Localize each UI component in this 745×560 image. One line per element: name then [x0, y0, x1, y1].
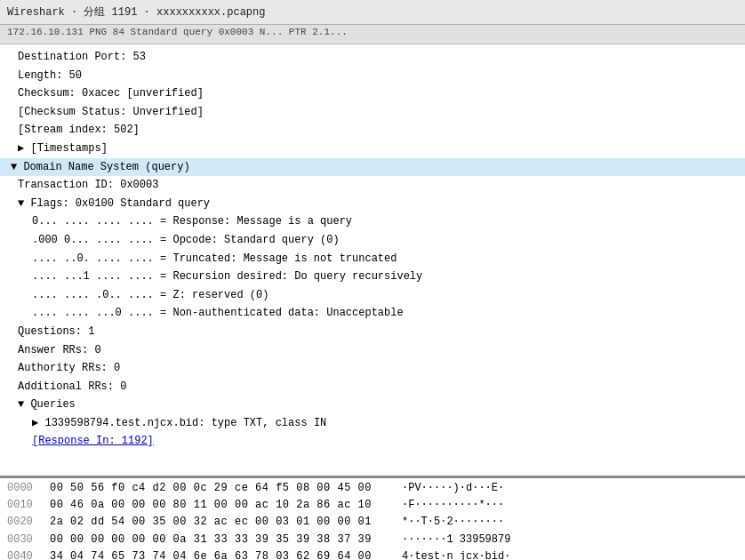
hex-offset: 0020: [7, 514, 43, 531]
hex-row: 00202a 02 dd 54 00 35 00 32 ac ec 00 03 …: [0, 514, 745, 531]
detail-line: [Checksum Status: Unverified]: [0, 103, 745, 122]
hex-bytes: 00 00 00 00 00 00 0a 31 33 33 39 35 39 3…: [50, 532, 388, 548]
detail-line: Checksum: 0xacec [unverified]: [0, 84, 745, 103]
detail-line: ▶ [Timestamps]: [0, 140, 745, 158]
detail-line: [Stream index: 502]: [0, 121, 745, 140]
hex-row: 003000 00 00 00 00 00 0a 31 33 33 39 35 …: [0, 532, 745, 548]
hex-offset: 0000: [7, 480, 43, 497]
hex-offset: 0040: [7, 548, 43, 560]
packet-details-pane[interactable]: Destination Port: 53Length: 50Checksum: …: [0, 44, 745, 478]
hex-ascii: 4·test·n jcx·bid·: [402, 548, 510, 560]
detail-line: ▼ Domain Name System (query): [0, 158, 745, 177]
hex-bytes: 00 50 56 f0 c4 d2 00 0c 29 ce 64 f5 08 0…: [50, 480, 388, 497]
detail-line: Questions: 1: [0, 323, 745, 341]
hex-row: 001000 46 0a 00 00 00 80 11 00 00 ac 10 …: [0, 497, 745, 514]
hex-ascii: ·PV·····)·d···E·: [402, 480, 504, 497]
hex-bytes: 2a 02 dd 54 00 35 00 32 ac ec 00 03 01 0…: [50, 514, 388, 531]
detail-line: .... .... ...0 .... = Non-authenticated …: [0, 304, 745, 323]
detail-line: Transaction ID: 0x0003: [0, 176, 745, 195]
top-info-bar: 172.16.10.131 PNG 84 Standard query 0x00…: [0, 25, 745, 44]
title-bar: Wireshark · 分组 1191 · xxxxxxxxxx.pcapng: [0, 0, 745, 25]
detail-line: Answer RRs: 0: [0, 341, 745, 360]
hex-offset: 0030: [7, 532, 43, 548]
detail-line: .... ...1 .... .... = Recursion desired:…: [0, 268, 745, 286]
detail-line: 0... .... .... .... = Response: Message …: [0, 212, 745, 231]
hex-ascii: ·F··········*···: [402, 497, 504, 514]
hex-ascii: *··T·5·2········: [402, 514, 504, 531]
detail-line: Additional RRs: 0: [0, 378, 745, 396]
hex-bytes: 00 46 0a 00 00 00 80 11 00 00 ac 10 2a 8…: [50, 497, 388, 514]
title-text: Wireshark · 分组 1191 · xxxxxxxxxx.pcapng: [7, 4, 265, 20]
detail-line: Authority RRs: 0: [0, 359, 745, 378]
hex-ascii: ·······1 33959879: [402, 532, 510, 548]
top-info-text: 172.16.10.131 PNG 84 Standard query 0x00…: [7, 27, 348, 37]
detail-line: .... ..0. .... .... = Truncated: Message…: [0, 250, 745, 268]
detail-line: .000 0... .... .... = Opcode: Standard q…: [0, 231, 745, 250]
hex-row: 004034 04 74 65 73 74 04 6e 6a 63 78 03 …: [0, 548, 745, 560]
detail-line[interactable]: [Response In: 1192]: [0, 432, 745, 451]
detail-line: ▼ Queries: [0, 396, 745, 414]
hex-bytes: 34 04 74 65 73 74 04 6e 6a 63 78 03 62 6…: [50, 548, 388, 560]
detail-line: .... .... .0.. .... = Z: reserved (0): [0, 286, 745, 305]
hex-pane[interactable]: 000000 50 56 f0 c4 d2 00 0c 29 ce 64 f5 …: [0, 478, 745, 560]
detail-line: ▶ 1339598794.test.njcx.bid: type TXT, cl…: [0, 414, 745, 433]
hex-row: 000000 50 56 f0 c4 d2 00 0c 29 ce 64 f5 …: [0, 480, 745, 497]
detail-line: ▼ Flags: 0x0100 Standard query: [0, 195, 745, 213]
detail-line: Length: 50: [0, 67, 745, 85]
hex-offset: 0010: [7, 497, 43, 514]
detail-line: Destination Port: 53: [0, 48, 745, 67]
